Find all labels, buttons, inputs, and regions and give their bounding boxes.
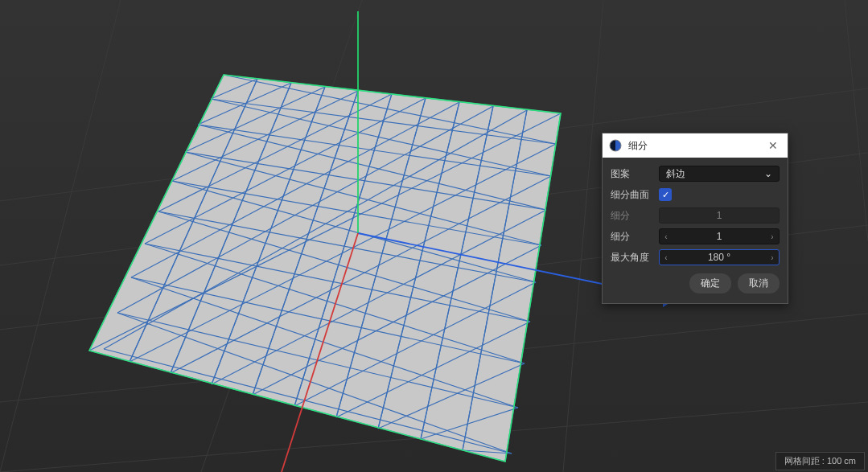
subd1-spinner: 1 <box>659 207 780 224</box>
cancel-button[interactable]: 取消 <box>738 273 780 293</box>
grid-spacing-value: 100 cm <box>827 456 856 466</box>
max-angle-value[interactable]: 180 ° <box>673 252 766 263</box>
max-angle-label: 最大角度 <box>611 251 659 265</box>
pattern-label: 图案 <box>611 167 659 181</box>
statusbar: 网格间距 : 100 cm <box>775 452 865 470</box>
pattern-value: 斜边 <box>666 167 685 181</box>
subd1-value: 1 <box>673 210 766 221</box>
dialog-title: 细分 <box>628 139 765 153</box>
grid-spacing-label: 网格间距 : <box>784 456 827 466</box>
svg-line-8 <box>845 0 868 241</box>
dialog-titlebar[interactable]: 细分 ✕ <box>603 133 788 158</box>
subd2-label: 细分 <box>611 230 659 244</box>
subd2-spinner[interactable]: ‹ 1 › <box>659 228 780 244</box>
chevron-down-icon: ⌄ <box>764 168 772 179</box>
subd2-value[interactable]: 1 <box>673 231 766 242</box>
subdivide-dialog: 细分 ✕ 图案 斜边 ⌄ 细分曲面 ✓ 细分 1 <box>602 133 788 304</box>
max-angle-spinner[interactable]: ‹ 180 ° › <box>659 249 780 265</box>
app-icon <box>609 139 622 152</box>
svg-line-7 <box>563 0 603 472</box>
chevron-left-icon[interactable]: ‹ <box>660 253 673 262</box>
pattern-select[interactable]: 斜边 ⌄ <box>659 166 780 182</box>
plane-object[interactable] <box>89 75 561 462</box>
close-icon[interactable]: ✕ <box>765 139 781 152</box>
subd-surface-label: 细分曲面 <box>611 188 659 202</box>
subd1-label: 细分 <box>611 209 659 223</box>
svg-line-5 <box>0 0 121 472</box>
chevron-left-icon[interactable]: ‹ <box>660 232 673 241</box>
chevron-right-icon[interactable]: › <box>766 253 779 262</box>
ok-button[interactable]: 确定 <box>689 273 731 293</box>
chevron-right-icon[interactable]: › <box>766 232 779 241</box>
subd-surface-checkbox[interactable]: ✓ <box>659 188 672 201</box>
